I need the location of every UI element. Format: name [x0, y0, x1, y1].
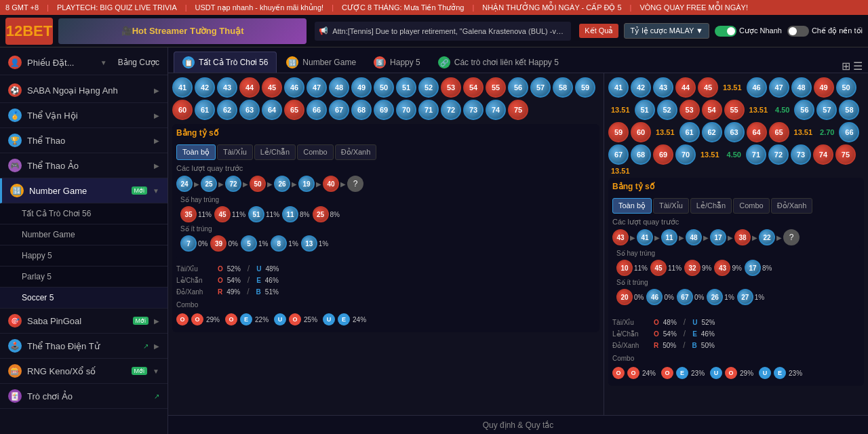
- ball-75-left[interactable]: 75: [508, 100, 528, 120]
- sidebar-phieu-dat[interactable]: 👤 Phiếu Đặt... ▼ Bảng Cược: [0, 50, 167, 75]
- sidebar-sub-soccer-5[interactable]: Soccer 5: [0, 288, 167, 309]
- recent-ball-24[interactable]: 24: [176, 176, 193, 192]
- ball-47-left[interactable]: 47: [307, 77, 327, 98]
- ball-62-left[interactable]: 62: [217, 100, 237, 120]
- ball-41-left[interactable]: 41: [172, 77, 193, 98]
- r-ball-49[interactable]: 49: [814, 77, 834, 98]
- ball-61-left[interactable]: 61: [195, 100, 215, 120]
- r-ball-74[interactable]: 74: [813, 144, 833, 165]
- r-ball-53[interactable]: 53: [679, 100, 700, 120]
- r-recent-ball-17[interactable]: 17: [710, 229, 726, 245]
- r-ball-75[interactable]: 75: [835, 144, 856, 165]
- ball-53-left[interactable]: 53: [441, 77, 461, 98]
- r-recent-ball-41[interactable]: 41: [637, 229, 653, 245]
- tyle-button[interactable]: Tỷ lệ cược MALAY ▼: [624, 23, 709, 39]
- sidebar-sub-number-game[interactable]: Number Game: [0, 224, 167, 245]
- ball-68-left[interactable]: 68: [351, 100, 372, 120]
- bet-tab-toan-bo-left[interactable]: Toàn bộ: [176, 144, 216, 160]
- tab-lienket[interactable]: 🔗 Các trò chơi liên kết Happy 5: [430, 52, 567, 73]
- r-ball-57[interactable]: 57: [816, 100, 837, 120]
- r-ball-54[interactable]: 54: [702, 100, 722, 120]
- sidebar-item-number-game[interactable]: 🔢 Number Game Mới ▼: [0, 178, 167, 203]
- ball-59-left[interactable]: 59: [575, 77, 595, 98]
- sidebar-item-tro-choi-ao[interactable]: 🃏 Trò chơi Ảo ↗: [0, 384, 167, 409]
- ball-74-left[interactable]: 74: [486, 100, 506, 120]
- sidebar-sub-tat-ca[interactable]: Tất Cả Trò Chơi 56: [0, 203, 167, 224]
- r-recent-ball-48[interactable]: 48: [686, 229, 702, 245]
- sidebar-sub-parlay-5[interactable]: Parlay 5: [0, 267, 167, 288]
- bet-tab-le-chan-right[interactable]: Lẻ/Chẵn: [690, 198, 732, 214]
- recent-ball-25[interactable]: 25: [201, 176, 217, 192]
- r-ball-43[interactable]: 43: [653, 77, 673, 98]
- bet-tab-le-chan-left[interactable]: Lẻ/Chẵn: [254, 144, 296, 160]
- r-ball-70[interactable]: 70: [675, 144, 696, 165]
- r-recent-ball-22[interactable]: 22: [759, 229, 775, 245]
- sidebar-item-the-thao[interactable]: 🏆 Thể Thao ▶: [0, 128, 167, 153]
- ball-70-left[interactable]: 70: [396, 100, 416, 120]
- sidebar-item-saba-ngoai[interactable]: ⚽ SABA Ngoại Hạng Anh ▶: [0, 78, 167, 103]
- ketqua-button[interactable]: Kết Quả: [579, 24, 618, 38]
- r-ball-52[interactable]: 52: [657, 100, 677, 120]
- ball-63-left[interactable]: 63: [239, 100, 260, 120]
- che-do-switch[interactable]: [787, 26, 809, 37]
- top-item-3[interactable]: CƯỢC 8 THÁNG: Mưa Tiền Thưởng: [342, 3, 464, 12]
- cuoc-nhanh-switch[interactable]: [715, 26, 736, 37]
- top-item-2[interactable]: USDT nạp nhanh - khuyến mãi khủng!: [195, 3, 324, 12]
- tab-number-game[interactable]: 🔢 Number Game: [278, 52, 364, 73]
- bet-tab-do-xanh-left[interactable]: Đỏ/Xanh: [335, 144, 377, 160]
- ball-55-left[interactable]: 55: [486, 77, 506, 98]
- ball-71-left[interactable]: 71: [418, 100, 439, 120]
- bet-tab-combo-right[interactable]: Combo: [733, 198, 769, 214]
- recent-ball-19[interactable]: 19: [298, 176, 315, 192]
- logo[interactable]: 12 BET: [5, 18, 53, 45]
- r-ball-65[interactable]: 65: [769, 122, 789, 142]
- ball-57-left[interactable]: 57: [530, 77, 551, 98]
- bet-tab-tai-xiu-left[interactable]: Tài/Xỉu: [217, 144, 253, 160]
- recent-ball-26[interactable]: 26: [274, 176, 290, 192]
- recent-ball-72[interactable]: 72: [225, 176, 241, 192]
- r-ball-46[interactable]: 46: [747, 77, 767, 98]
- bet-tab-do-xanh-right[interactable]: Đỏ/Xanh: [771, 198, 813, 214]
- ball-49-left[interactable]: 49: [351, 77, 372, 98]
- r-ball-44[interactable]: 44: [675, 77, 696, 98]
- sidebar-item-rng-keno[interactable]: 🎰 RNG Keno/Xổ số Mới ▼: [0, 359, 167, 384]
- r-ball-59[interactable]: 59: [608, 122, 629, 142]
- ball-48-left[interactable]: 48: [329, 77, 349, 98]
- r-ball-47[interactable]: 47: [769, 77, 789, 98]
- r-ball-41[interactable]: 41: [608, 77, 629, 98]
- ball-60-left[interactable]: 60: [172, 100, 193, 120]
- che-do-toggle[interactable]: Chế độ nền tối: [787, 26, 863, 37]
- ball-64-left[interactable]: 64: [262, 100, 282, 120]
- grid-view-icon[interactable]: ⊞: [842, 60, 850, 73]
- ball-73-left[interactable]: 73: [463, 100, 484, 120]
- r-ball-50[interactable]: 50: [836, 77, 856, 98]
- r-ball-73[interactable]: 73: [791, 144, 811, 165]
- r-ball-66[interactable]: 66: [839, 122, 859, 142]
- r-ball-64[interactable]: 64: [747, 122, 767, 142]
- list-view-icon[interactable]: ☰: [853, 60, 863, 73]
- r-ball-62[interactable]: 62: [702, 122, 722, 142]
- r-ball-60[interactable]: 60: [631, 122, 651, 142]
- ball-43-left[interactable]: 43: [217, 77, 237, 98]
- ball-45-left[interactable]: 45: [262, 77, 282, 98]
- ball-66-left[interactable]: 66: [307, 100, 327, 120]
- r-ball-56[interactable]: 56: [794, 100, 814, 120]
- cuoc-nhanh-toggle[interactable]: Cược Nhanh: [715, 26, 782, 37]
- r-ball-55[interactable]: 55: [724, 100, 745, 120]
- ball-50-left[interactable]: 50: [374, 77, 394, 98]
- top-item-4[interactable]: NHẬN THƯỞNG MỖI NGÀY - CẤP ĐỘ 5: [482, 3, 621, 12]
- sidebar-item-the-thao-ao[interactable]: 🎮 Thể Thao Ảo ▶: [0, 153, 167, 178]
- sidebar-item-saba-pingoal[interactable]: 🎯 Saba PinGoal Mới ▶: [0, 309, 167, 334]
- ball-56-left[interactable]: 56: [508, 77, 528, 98]
- tab-happy-5[interactable]: 5️⃣ Happy 5: [366, 52, 429, 73]
- r-ball-67[interactable]: 67: [608, 144, 629, 165]
- r-ball-71[interactable]: 71: [746, 144, 766, 165]
- r-ball-48[interactable]: 48: [791, 77, 812, 98]
- bet-tab-toan-bo-right[interactable]: Toàn bộ: [612, 198, 652, 214]
- bet-tab-combo-left[interactable]: Combo: [297, 144, 333, 160]
- ball-54-left[interactable]: 54: [463, 77, 484, 98]
- sidebar-item-the-thao-dien-tu[interactable]: 🕹️ Thể Thao Điện Tử ↗ ▶: [0, 334, 167, 359]
- ball-72-left[interactable]: 72: [441, 100, 461, 120]
- ball-51-left[interactable]: 51: [396, 77, 416, 98]
- ball-46-left[interactable]: 46: [284, 77, 304, 98]
